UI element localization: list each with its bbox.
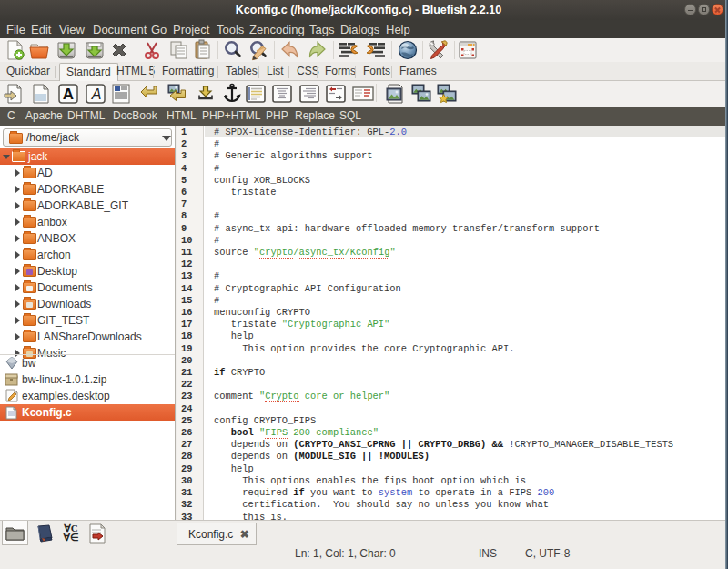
svg-text:A: A [91,86,102,102]
svg-text:A: A [63,86,74,103]
